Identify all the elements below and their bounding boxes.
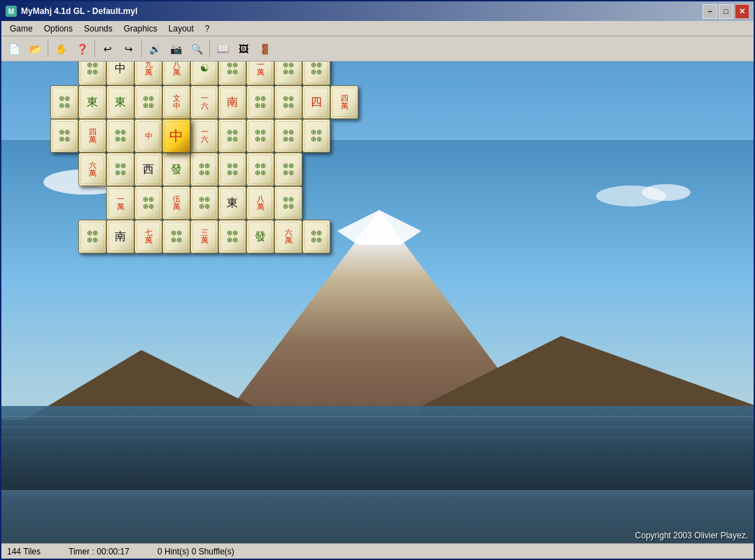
hints-count: 0 Hint(s) 0 Shuffle(s)	[157, 547, 234, 556]
window-title: MyMahj 4.1d GL - Default.myl	[21, 6, 137, 16]
tiles-container[interactable]: .t { position:absolute; width:40px; heig…	[15, 62, 379, 321]
new-button[interactable]: 📄	[4, 39, 24, 59]
tile[interactable]: 八萬	[162, 62, 190, 85]
hand-button[interactable]: ✋	[51, 39, 71, 59]
redo-button[interactable]: ↪	[119, 39, 139, 59]
tile[interactable]: ⊕⊕⊕⊕	[190, 186, 218, 220]
menu-options[interactable]: Options	[38, 22, 78, 35]
tile[interactable]: 西	[134, 153, 162, 186]
tile[interactable]: 六萬	[78, 153, 106, 186]
tile[interactable]: 一六	[190, 119, 218, 153]
tile[interactable]: 六萬	[274, 220, 302, 253]
game-area[interactable]: .t { position:absolute; width:40px; heig…	[1, 62, 755, 546]
tile[interactable]: 中	[106, 62, 134, 85]
image-button[interactable]: 🖼	[234, 39, 253, 59]
tile[interactable]: 南	[106, 220, 134, 253]
toolbar: 📄 📂 ✋ ❓ ↩ ↪ 🔊 📷 🔍 📖 🖼 🚪	[1, 36, 754, 62]
toolbar-separator-4	[209, 41, 210, 57]
tile[interactable]: 七萬	[134, 220, 162, 253]
tile[interactable]: ⊕⊕⊕⊕	[134, 186, 162, 220]
tile[interactable]: 文中	[162, 85, 190, 119]
tile-count: 144 Tiles	[7, 547, 41, 556]
tile[interactable]: ⊕⊕⊕⊕	[50, 119, 78, 153]
tile[interactable]: ⊕⊕⊕⊕	[274, 119, 302, 153]
toolbar-separator-3	[141, 41, 142, 57]
title-bar-left: M MyMahj 4.1d GL - Default.myl	[6, 6, 137, 17]
minimize-button[interactable]: –	[703, 4, 717, 19]
tile[interactable]: 一萬	[246, 62, 274, 85]
tile[interactable]: ⊕⊕⊕⊕	[302, 119, 330, 153]
tile[interactable]: ☯	[190, 62, 218, 85]
tile[interactable]: ⊕⊕⊕⊕	[218, 220, 246, 253]
exit-button[interactable]: 🚪	[255, 39, 274, 59]
tile[interactable]: ⊕⊕⊕⊕	[218, 62, 246, 85]
undo-button[interactable]: ↩	[98, 39, 118, 59]
tile[interactable]: ⊕⊕⊕⊕	[218, 119, 246, 153]
camera-button[interactable]: 📷	[166, 39, 185, 59]
menu-sounds[interactable]: Sounds	[78, 22, 118, 35]
tile[interactable]: 東	[78, 85, 106, 119]
tile[interactable]: 四萬	[330, 85, 358, 119]
tile[interactable]: ⊕⊕⊕⊕	[78, 62, 106, 85]
close-button[interactable]: ✕	[735, 4, 749, 19]
svg-rect-10	[1, 406, 755, 490]
title-bar: M MyMahj 4.1d GL - Default.myl – □ ✕	[1, 1, 754, 21]
sound-button[interactable]: 🔊	[145, 39, 164, 59]
open-button[interactable]: 📂	[25, 39, 45, 59]
hint-button[interactable]: ❓	[72, 39, 92, 59]
tile[interactable]: 發	[162, 153, 190, 186]
tile[interactable]: 四萬	[78, 119, 106, 153]
menu-layout[interactable]: Layout	[163, 22, 199, 35]
timer: Timer : 00:00:17	[69, 547, 129, 556]
tile[interactable]: 一六	[190, 85, 218, 119]
tile[interactable]: ⊕⊕⊕⊕	[106, 153, 134, 186]
tile[interactable]: ⊕⊕⊕⊕	[274, 62, 302, 85]
tile[interactable]: ⊕⊕⊕⊕	[218, 153, 246, 186]
book-button[interactable]: 📖	[213, 39, 232, 59]
menu-help[interactable]: ?	[199, 22, 216, 35]
tile[interactable]: 發	[246, 220, 274, 253]
tile[interactable]: 九萬	[134, 62, 162, 85]
tile[interactable]: 一萬	[106, 186, 134, 220]
tile[interactable]: ⊕⊕⊕⊕	[246, 119, 274, 153]
tile[interactable]: 東	[218, 186, 246, 220]
tile[interactable]: ⊕⊕⊕⊕	[106, 119, 134, 153]
tile[interactable]: 三萬	[190, 220, 218, 253]
timer-value: 00:00:17	[97, 547, 129, 556]
copyright-text: Copyright 2003 Olivier Playez.	[635, 531, 748, 540]
tile[interactable]: ⊕⊕⊕⊕	[302, 220, 330, 253]
timer-label: Timer :	[69, 547, 97, 556]
toolbar-separator-1	[48, 41, 48, 57]
tile[interactable]: 四	[302, 85, 330, 119]
menu-game[interactable]: Game	[4, 22, 38, 35]
tile-selected[interactable]: 中	[162, 119, 190, 153]
zoom-button[interactable]: 🔍	[187, 39, 206, 59]
tile[interactable]: 八萬	[246, 186, 274, 220]
tile[interactable]: ⊕⊕⊕⊕	[78, 220, 106, 253]
tile[interactable]: ⊕⊕⊕⊕	[274, 186, 302, 220]
menu-graphics[interactable]: Graphics	[118, 22, 163, 35]
tile[interactable]: ⊕⊕⊕⊕	[50, 85, 78, 119]
tile[interactable]: ⊕⊕⊕⊕	[274, 153, 302, 186]
title-bar-buttons: – □ ✕	[703, 4, 749, 19]
tile[interactable]: ⊕⊕⊕⊕	[190, 153, 218, 186]
maximize-button[interactable]: □	[719, 4, 733, 19]
app-icon: M	[6, 6, 17, 17]
toolbar-separator-2	[94, 41, 95, 57]
tile[interactable]: ⊕⊕⊕⊕	[246, 153, 274, 186]
tile[interactable]: 東	[106, 85, 134, 119]
tile[interactable]: 中	[134, 119, 162, 153]
tile[interactable]: ⊕⊕⊕⊕	[134, 85, 162, 119]
menu-bar: Game Options Sounds Graphics Layout ?	[1, 21, 754, 36]
tile[interactable]: ⊕⊕⊕⊕	[274, 85, 302, 119]
tile[interactable]: 南	[218, 85, 246, 119]
status-bar: 144 Tiles Timer : 00:00:17 0 Hint(s) 0 S…	[1, 543, 754, 559]
tile[interactable]: ⊕⊕⊕⊕	[246, 85, 274, 119]
tile[interactable]: ⊕⊕⊕⊕	[162, 220, 190, 253]
tile[interactable]: ⊕⊕⊕⊕	[302, 62, 330, 85]
window-frame: M MyMahj 4.1d GL - Default.myl – □ ✕ Gam…	[0, 0, 755, 560]
tile[interactable]: 伍萬	[162, 186, 190, 220]
svg-point-4	[642, 184, 691, 201]
